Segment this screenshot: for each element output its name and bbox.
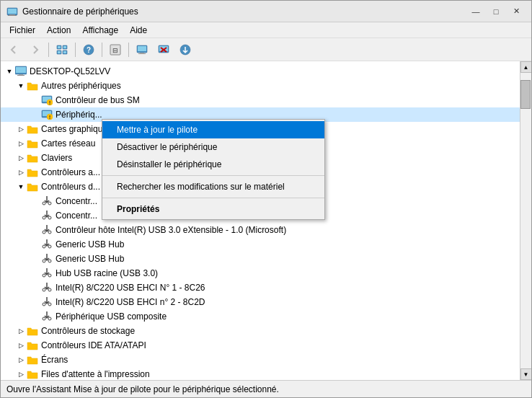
tree-item-generic-hub1[interactable]: ▷ Generic USB Hub — [1, 237, 520, 252]
main-window: Gestionnaire de périphériques — □ ✕ Fich… — [0, 0, 532, 398]
svg-text:!: ! — [49, 100, 51, 106]
tree-item-ctrl-stockage[interactable]: ▷ Contrôleurs de stockage — [1, 324, 520, 338]
tree-item-periph-composite[interactable]: ▷ Périphérique USB composite — [1, 309, 520, 324]
label-generic-hub1: Generic USB Hub — [56, 239, 520, 249]
update-driver-button[interactable] — [175, 40, 195, 59]
svg-text:⊟: ⊟ — [112, 47, 118, 54]
expand-ctrl-d[interactable]: ▼ — [15, 181, 27, 193]
toolbar: ? ⊟ — [1, 38, 531, 61]
expand-ctrl-stockage[interactable]: ▷ — [15, 325, 27, 337]
tree-item-ctrl-hote[interactable]: ▷ Contrôleur hôte Intel(R) USB 3.0 eXten… — [1, 223, 520, 237]
svg-point-45 — [43, 260, 45, 262]
menu-aide[interactable]: Aide — [124, 23, 153, 37]
expand-ctrl-a[interactable]: ▷ — [15, 167, 27, 178]
properties-button[interactable]: ⊟ — [105, 40, 125, 59]
svg-point-41 — [43, 231, 45, 234]
device-manager-button[interactable] — [132, 40, 152, 59]
tree-item-bus-sm[interactable]: ▷ ! Contrôleur de bus SM — [1, 93, 520, 107]
toolbar-separator-2 — [75, 43, 76, 57]
usb-icon-4 — [41, 239, 53, 250]
ctx-scan-hardware[interactable]: Rechercher les modifications sur le maté… — [102, 178, 324, 195]
tree-item-autres[interactable]: ▼ Autres périphériques — [1, 79, 520, 93]
usb-icon-5 — [41, 253, 53, 265]
uninstall-button[interactable] — [154, 40, 174, 59]
minimize-button[interactable]: — — [466, 4, 485, 19]
root-label: DESKTOP-QL52LVV — [30, 66, 520, 76]
menu-affichage[interactable]: Affichage — [76, 23, 124, 37]
svg-text:!: ! — [49, 114, 51, 120]
tree-item-generic-hub2[interactable]: ▷ Generic USB Hub — [1, 252, 520, 266]
folder-icon-stockage — [27, 325, 38, 337]
folder-icon-ecrans — [27, 354, 38, 366]
ctx-uninstall-device[interactable]: Désinstaller le périphérique — [102, 156, 324, 173]
usb-icon-7 — [41, 282, 53, 293]
folder-icon-ide — [27, 340, 38, 351]
usb-icon-3 — [41, 224, 53, 236]
status-text: Ouvre l'Assistant Mise à jour de pilote … — [6, 384, 279, 394]
window-controls: — □ ✕ — [466, 4, 526, 19]
ctx-disable-device[interactable]: Désactiver le périphérique — [102, 138, 324, 156]
maximize-button[interactable]: □ — [487, 4, 505, 19]
ctx-update-driver[interactable]: Mettre à jour le pilote — [102, 121, 324, 138]
forward-button[interactable] — [25, 40, 45, 59]
svg-point-51 — [43, 303, 45, 306]
scroll-thumb[interactable] — [520, 80, 531, 109]
tree-item-files-attente[interactable]: ▷ Files d'attente à l'impression — [1, 367, 520, 380]
menu-bar: Fichier Action Affichage Aide — [1, 22, 531, 38]
close-button[interactable]: ✕ — [507, 4, 526, 19]
svg-rect-2 — [9, 14, 15, 15]
expand-files-attente[interactable]: ▷ — [15, 368, 27, 380]
device-tree[interactable]: ▼ DESKTOP-QL52LVV ▼ — [1, 61, 520, 380]
folder-icon-files — [27, 368, 38, 380]
svg-rect-5 — [58, 46, 61, 48]
svg-rect-26 — [16, 67, 26, 73]
label-ctrl-stockage: Contrôleurs de stockage — [41, 326, 520, 336]
expand-root[interactable]: ▼ — [4, 66, 15, 77]
scroll-track[interactable] — [520, 73, 531, 368]
usb-icon-6 — [41, 267, 53, 279]
label-bus-sm: Contrôleur de bus SM — [56, 95, 520, 105]
menu-fichier[interactable]: Fichier — [4, 23, 41, 37]
show-hidden-button[interactable] — [52, 40, 72, 59]
tree-item-ide[interactable]: ▷ Contrôleurs IDE ATA/ATAPI — [1, 338, 520, 353]
usb-icon-1 — [41, 195, 53, 207]
expand-autres[interactable]: ▼ — [15, 80, 27, 92]
warning-icon-periph: ! — [41, 109, 53, 120]
menu-action[interactable]: Action — [41, 23, 76, 37]
svg-rect-28 — [17, 75, 25, 76]
help-button[interactable]: ? — [79, 40, 99, 59]
usb-icon-8 — [41, 296, 53, 308]
label-periph-composite: Périphérique USB composite — [56, 311, 520, 322]
expand-ecrans[interactable]: ▷ — [15, 354, 27, 366]
svg-rect-3 — [8, 15, 17, 16]
ctx-separator-1 — [102, 175, 324, 176]
expand-ide[interactable]: ▷ — [15, 340, 27, 351]
tree-root[interactable]: ▼ DESKTOP-QL52LVV — [1, 64, 520, 79]
tree-item-hub-racine[interactable]: ▷ Hub USB racine (USB 3.0) — [1, 266, 520, 280]
usb-icon-9 — [41, 311, 53, 322]
svg-point-50 — [48, 288, 51, 291]
label-generic-hub2: Generic USB Hub — [56, 254, 520, 264]
scroll-down-arrow[interactable]: ▼ — [520, 368, 532, 380]
label-intel-ehci2: Intel(R) 8/C220 USB EHCI n° 2 - 8C2D — [56, 297, 520, 307]
tree-item-intel-ehci1[interactable]: ▷ Intel(R) 8/C220 USB EHCI N° 1 - 8C26 — [1, 280, 520, 295]
context-menu: Mettre à jour le pilote Désactiver le pé… — [102, 119, 325, 220]
label-autres: Autres périphériques — [41, 81, 520, 91]
window-title: Gestionnaire de périphériques — [22, 6, 466, 17]
window-icon — [6, 6, 18, 17]
svg-rect-19 — [138, 53, 146, 54]
svg-point-52 — [48, 303, 51, 306]
svg-rect-7 — [63, 46, 66, 48]
svg-point-44 — [48, 245, 51, 248]
vertical-scrollbar[interactable]: ▲ ▼ — [520, 61, 531, 380]
expand-claviers[interactable]: ▷ — [15, 152, 27, 164]
tree-item-ecrans[interactable]: ▷ Écrans — [1, 353, 520, 367]
ctx-properties[interactable]: Propriétés — [102, 200, 324, 218]
expand-cartes-reseau[interactable]: ▷ — [15, 138, 27, 149]
tree-item-intel-ehci2[interactable]: ▷ Intel(R) 8/C220 USB EHCI n° 2 - 8C2D — [1, 295, 520, 309]
back-button[interactable] — [4, 40, 24, 59]
expand-cartes-graph[interactable]: ▷ — [15, 123, 27, 135]
svg-point-43 — [43, 245, 45, 248]
scroll-up-arrow[interactable]: ▲ — [520, 61, 532, 73]
ctx-separator-2 — [102, 198, 324, 198]
